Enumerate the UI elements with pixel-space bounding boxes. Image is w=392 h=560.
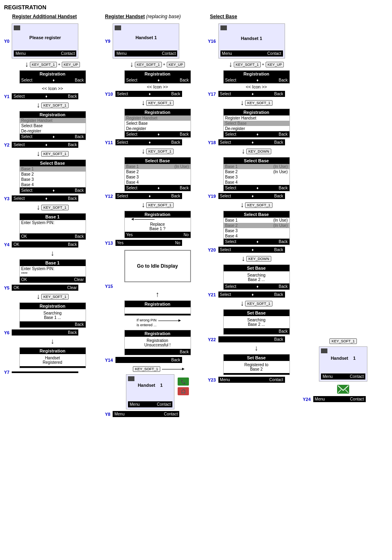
softbar-y21: Select♦Back: [218, 292, 285, 298]
y8-label: Y8: [105, 412, 110, 417]
menu-screen-y10: Registration Select♦Back: [124, 70, 191, 84]
y9-label: Y9: [105, 39, 110, 44]
y3-label: Y3: [4, 196, 9, 201]
menu-screen-y2-reg: Registration Register Handset Select Bas…: [19, 111, 86, 140]
key-soft1-y1: KEY_SOFT_1: [41, 103, 68, 108]
key-soft1-y19: KEY_SOFT_1: [245, 202, 272, 208]
key-up-y9: KEY_UP: [167, 62, 185, 67]
screen-y5-pin-entered: Base 1 Enter System PIN: **** OKClear: [19, 259, 86, 283]
svg-text:📞: 📞: [181, 379, 186, 384]
softbar-y5: OKClear: [12, 285, 78, 291]
y22-label: Y22: [208, 337, 216, 342]
icon-text-y17: << Icon >>: [223, 84, 290, 89]
y14-label: Y14: [105, 358, 113, 363]
menu-screen-y21-setbase: Set Base Searching Base 2 ... Select♦Bac…: [223, 264, 290, 290]
y20-label: Y20: [208, 247, 216, 252]
softbar-y11: Select♦Back: [115, 139, 182, 145]
y11-label: Y11: [105, 140, 113, 145]
key-soft1-y16: KEY_SOFT_1: [234, 62, 261, 67]
softbar-y19: Select♦Back: [218, 193, 285, 199]
key-soft1-y2: KEY_SOFT_1: [41, 151, 68, 157]
key-soft1-y10: KEY_SOFT_1: [146, 100, 173, 106]
softbar-y24: MenuContact: [313, 396, 366, 402]
y2-label: Y2: [4, 143, 9, 147]
envelope-icon-y24: [337, 385, 349, 394]
icon-text-y10: << Icon >>: [124, 84, 191, 89]
y24-label: Y24: [303, 397, 311, 402]
key-soft1-y3: KEY_SOFT_1: [41, 205, 68, 210]
key-up-y16: KEY_UP: [266, 62, 284, 67]
arrow-down-1: ↓: [25, 60, 29, 69]
softbar-y6: Back: [12, 329, 78, 336]
page-title: REGISTRATION: [4, 4, 388, 10]
screen-y-reg2: Registration: [124, 300, 191, 316]
green-phone-icon: 📞: [178, 378, 189, 386]
softbar-y18: Select♦Back: [218, 139, 285, 145]
softbar-y3: Select♦Back: [12, 195, 78, 201]
y7-label: Y7: [4, 370, 9, 375]
screen-reg-unsuccessful: Registration Registration Unsuccessful !…: [124, 330, 191, 355]
col3-header: Select Base: [210, 14, 237, 19]
idle-box-y15: Go to Idle Display: [124, 250, 191, 282]
softbar-y17: Select♦Back: [218, 91, 285, 97]
key-soft1-y5: KEY_SOFT_1: [41, 294, 68, 300]
y19-label: Y19: [208, 194, 216, 199]
y18-label: Y18: [208, 140, 216, 145]
y6-label: Y6: [4, 330, 9, 335]
softbar-y7: [12, 371, 78, 373]
col1-header: Register Additional Handset: [12, 14, 77, 19]
phone-screen-y24: Handset 1 MenuContact: [319, 346, 367, 382]
softbar-y8: MenuContact: [113, 411, 179, 417]
key-soft1-y9: KEY_SOFT_1: [135, 62, 162, 67]
phone-screen-y16: Handset 1 MenuContact: [218, 23, 285, 59]
y15-label: Y15: [105, 284, 113, 289]
y23-label: Y23: [208, 378, 216, 382]
y1-label: Y1: [4, 94, 9, 99]
col2-header-italic: (replacing base): [146, 14, 181, 19]
screen-y4-pin: Base 1 Enter System PIN: OKBack: [19, 213, 86, 240]
y5-label: Y5: [4, 285, 9, 290]
softbar-y4: OKBack: [12, 241, 78, 247]
col2-header: Register Handset: [105, 14, 145, 19]
menu-screen-y20: Select Base Base 1(In Use) Base 2(In Use…: [223, 211, 290, 245]
softbar-y22: Back: [218, 336, 285, 342]
softbar-y23: MenuContact: [218, 377, 285, 383]
menu-screen-y12-base: Select Base Base 1(In Use) Base 2 Base 3…: [124, 157, 191, 191]
y17-label: Y17: [208, 92, 216, 96]
softbar-y10: Select♦Back: [115, 91, 182, 97]
menu-screen-y19: Select Base Base 1(In Use) Base 2(In Use…: [223, 157, 290, 191]
screen-y6-searching: Registration Searching Base 1 ... Back: [19, 302, 86, 328]
softbar-y20: Select♦Back: [218, 247, 285, 253]
y16-label: Y16: [208, 39, 216, 44]
menu-screen-y22: Set Base Searching Base 2 ... Back: [223, 309, 290, 335]
icon-text-y1: << Icon >>: [42, 86, 63, 91]
menu-screen-y18: Registration Register Handset Select Bas…: [223, 109, 290, 138]
menu-screen-y3-base: Select Base Base 1 Base 2 Base 3 Base 4 …: [19, 159, 86, 194]
menu-screen-y1: Registration Select ♦ Back: [19, 70, 86, 84]
menu-screen-y11: Registration Register Handset Select Bas…: [124, 109, 191, 138]
key-soft1-y24: KEY_SOFT_1: [329, 338, 356, 344]
y21-label: Y21: [208, 292, 216, 297]
plus-1: +: [58, 62, 61, 67]
key-up-y0: KEY_UP: [62, 62, 80, 67]
menu-screen-y23-result: Set Base Registered to Base 2: [223, 354, 290, 375]
key-soft1-y17: KEY_SOFT_1: [245, 100, 272, 106]
headset-icon: 🎧: [178, 387, 189, 395]
phone-screen-y9: Handset 1 Menu Contact: [113, 23, 179, 59]
key-soft1-y11: KEY_SOFT_1: [146, 149, 173, 154]
menu-screen-y17: Registration Select♦Back: [223, 70, 290, 84]
key-down-y18: KEY_DOWN: [246, 149, 271, 154]
key-soft1-y0: KEY_SOFT_1: [30, 62, 57, 67]
wrong-pin-note: If wrong PIN: [136, 318, 157, 323]
y13-label: Y13: [105, 241, 113, 245]
phone-screen-y0: Please register Menu Contact: [12, 23, 78, 59]
y12-label: Y12: [105, 194, 113, 199]
svg-text:🎧: 🎧: [181, 389, 186, 394]
screen-y7-registered: Registration Handset Registered: [19, 347, 86, 368]
key-soft1-y12: KEY_SOFT_1: [146, 202, 173, 208]
softbar-y12: Select♦Back: [115, 193, 182, 199]
softbar-y14: Back: [115, 357, 182, 363]
key-soft1-y8: KEY_SOFT_1: [133, 366, 160, 372]
softbar-y1: Select♦Back: [12, 93, 78, 99]
key-soft1-y21: KEY_SOFT_1: [245, 301, 272, 306]
